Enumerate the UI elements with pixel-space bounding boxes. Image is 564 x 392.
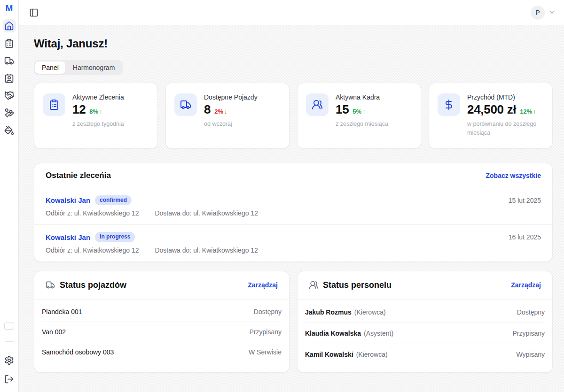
paint-bucket-icon [4,125,14,135]
stat-trend: 2% ↓ [214,108,227,115]
sidebar-item-orders[interactable] [3,37,16,50]
stats-grid: Aktywne Zlecenia 12 8% ↑ z zeszłego tygo… [34,83,553,149]
gear-icon [4,355,14,365]
stat-value: 15 [336,102,349,117]
order-status-badge: in progress [95,232,135,242]
sidebar-bottom [3,323,16,385]
page-title: Witaj, Janusz! [34,37,553,50]
personnel-row: Kamil Kowalski(Kierowca) Wypisany [305,344,545,365]
status-cards-grid: Status pojazdów Zarządzaj Plandeka 001 D… [34,271,553,373]
main-content: Witaj, Janusz! Panel Harmonogram Aktywne… [19,25,564,392]
chevron-down-icon [548,9,556,16]
home-icon [4,21,14,31]
stat-label: Aktywna Kadra [336,93,388,101]
sidebar-item-staff[interactable] [3,71,16,85]
manage-personnel-link[interactable]: Zarządzaj [511,281,541,289]
order-pickup-address: Odbiór z: ul. Kwiatkowskiego 12 [46,209,139,217]
order-row[interactable]: Kowalski Jan confirmed Odbiór z: ul. Kwi… [34,188,552,225]
tab-panel[interactable]: Panel [35,61,65,74]
sidebar-item-finance[interactable] [3,106,16,119]
truck-icon [174,93,197,116]
view-all-link[interactable]: Zobacz wszystkie [486,172,541,179]
vehicle-row: Van 002 Przypisany [42,322,282,342]
trend-arrow-icon: ↑ [533,108,536,115]
recent-orders-card: Ostatnie zleceńia Zobacz wszystkie Kowal… [34,163,553,262]
vehicle-status: W Serwisie [249,348,282,356]
users-icon [306,93,329,116]
vehicle-row: Samochód osobowy 003 W Serwisie [42,342,282,362]
order-delivery-address: Dostawa do: ul. Kwiatkowskiego 12 [155,209,258,217]
order-row[interactable]: Kowalski Jan in progress Odbiór z: ul. K… [34,224,552,261]
vehicle-status: Przypisany [250,328,282,336]
person-name: Jakub Rozmus [305,308,352,316]
vehicle-status-card: Status pojazdów Zarządzaj Plandeka 001 D… [34,271,290,373]
stat-trend: 5% ↑ [352,108,365,115]
order-status-badge: confirmed [95,195,132,206]
stat-label: Przychód (MTD) [467,93,544,101]
stat-label: Aktywne Zlecenia [72,93,124,101]
sidebar-nav [3,19,16,137]
stat-trend: 8% ↑ [89,108,102,115]
trend-arrow-icon: ↓ [224,108,227,115]
clipboard-list-icon [4,38,14,48]
vehicle-name: Samochód osobowy 003 [42,348,114,356]
vehicle-name: Plandeka 001 [42,308,82,315]
personnel-status-card: Status personelu Zarządzaj Jakub Rozmus(… [297,271,553,373]
vehicle-row: Plandeka 001 Dostępny [42,302,282,322]
sidebar-item-home[interactable] [3,19,16,32]
trend-percent: 8% [89,108,98,115]
clipboard-list-icon [43,93,65,116]
users-icon [309,280,318,290]
trend-percent: 2% [214,108,223,115]
truck-icon [4,56,14,66]
trend-percent: 5% [352,108,361,115]
truck-icon [46,280,55,290]
person-role: (Asystent) [364,330,393,337]
trend-arrow-icon: ↑ [99,108,102,115]
vehicle-status: Dostępny [254,308,282,315]
person-role: (Kierowca) [354,308,386,316]
stat-card-available-vehicles: Dostępne Pojazdy 8 2% ↓ od wczoraj [165,83,290,149]
dollar-sign-icon [438,93,460,116]
person-name: Kamil Kowalski [305,351,353,358]
tab-harmonogram[interactable]: Harmonogram [66,61,121,74]
sidebar-item-vehicles[interactable] [3,54,16,67]
stat-label: Dostępne Pojazdy [204,93,258,101]
personnel-row: Jakub Rozmus(Kierowca) Dostępny [305,302,545,323]
stat-subtext: od wczoraj [204,120,258,129]
sidebar-toggle-button[interactable] [29,8,39,17]
manage-vehicles-link[interactable]: Zarządzaj [248,281,278,289]
logout-icon [4,374,14,384]
sidebar-divider [5,341,14,342]
person-status: Dostępny [517,308,545,316]
trend-percent: 12% [520,108,532,115]
hand-coins-icon [4,108,14,118]
contact-card-icon [4,73,14,83]
stat-value: 24,500 zł [467,102,516,117]
logout-button[interactable] [3,372,16,385]
sidebar-item-services[interactable] [3,123,16,137]
language-flag-poland[interactable] [4,323,14,330]
order-date: 16 lut 2025 [509,233,541,241]
stat-subtext: z zeszłego miesiąca [336,120,388,129]
user-menu[interactable]: P [531,6,556,20]
order-customer-link[interactable]: Kowalski Jan [46,196,90,204]
vehicle-status-title: Status pojazdów [60,280,126,290]
settings-button[interactable] [3,354,16,367]
order-date: 15 lut 2025 [509,197,541,204]
stat-value: 8 [204,102,211,117]
order-customer-link[interactable]: Kowalski Jan [46,233,90,241]
view-tabs: Panel Harmonogram [34,60,123,75]
order-pickup-address: Odbiór z: ul. Kwiatkowskiego 12 [46,246,139,254]
app-logo: M [6,4,13,13]
stat-card-active-orders: Aktywne Zlecenia 12 8% ↑ z zeszłego tygo… [34,83,158,149]
avatar[interactable]: P [531,6,545,20]
panel-left-icon [29,8,39,17]
stat-trend: 12% ↑ [520,108,536,115]
personnel-status-title: Status personelu [323,280,392,290]
stat-subtext: w porównaniu do zeszłego miesiąca [467,120,544,138]
person-status: Przypisany [513,330,545,337]
stat-card-active-staff: Aktywna Kadra 15 5% ↑ z zeszłego miesiąc… [297,83,421,149]
sidebar-item-clients[interactable] [3,89,16,102]
trend-arrow-icon: ↑ [362,108,366,115]
